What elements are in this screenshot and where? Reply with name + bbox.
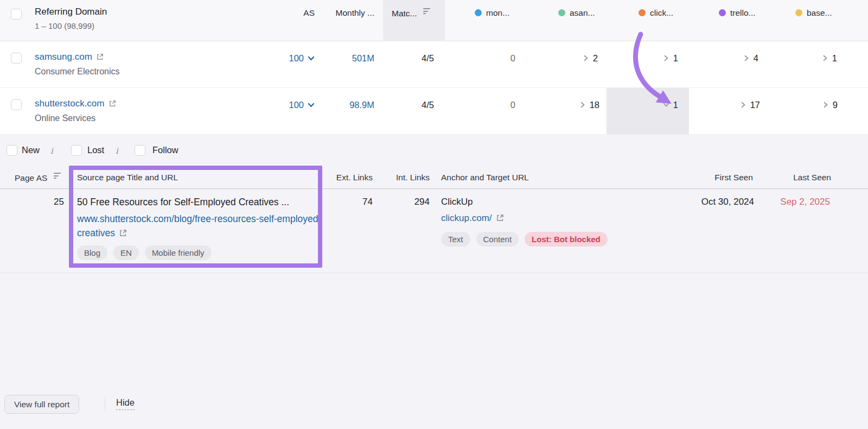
external-link-icon[interactable] [119,227,127,241]
filter-new-label[interactable]: New [22,145,40,155]
monthly-visits-link[interactable]: 501M [352,52,374,64]
table-row-samsung: samsung.com Consumer Electronics 100 501… [0,41,868,88]
hide-link[interactable]: Hide [116,398,135,410]
backlink-count-monday: 0 [510,52,515,64]
tag-blog: Blog [77,245,107,260]
domain-text: shutterstock.com [35,98,105,109]
domain-link[interactable]: samsung.com [35,52,104,64]
basecamp-dot-icon [795,9,802,16]
as-value-dropdown[interactable]: 100 [289,99,315,111]
last-seen-column-header[interactable]: Last Seen [793,173,831,182]
chevron-down-icon [663,102,669,108]
match-column-header[interactable]: Matc... [392,8,430,18]
backlink-count-clickup[interactable]: 1 [663,52,678,64]
competitor-label: base... [807,8,832,17]
anchor-column-header[interactable]: Anchor and Target URL [441,173,529,182]
external-link-icon[interactable] [108,99,117,110]
competitor-label: trello... [730,8,756,17]
results-range-label: 1 – 100 (98,999) [35,21,94,30]
detail-header-divider [0,188,868,189]
detail-row-divider [0,273,868,273]
anchor-tags: Text Content Lost: Bot blocked [441,232,608,247]
match-column-label: Matc... [392,9,417,18]
chevron-right-icon [579,102,586,108]
target-url-link[interactable]: clickup.com/ [441,213,505,225]
filter-new-checkbox[interactable] [7,145,17,156]
chevron-down-icon [308,55,315,62]
external-link-icon[interactable] [96,53,104,64]
backlink-count-trello[interactable]: 4 [743,52,758,64]
table-row-shutterstock: shutterstock.com Online Services 100 98.… [0,88,868,135]
page-as-column-header[interactable]: Page AS [15,173,61,183]
page-as-label: Page AS [15,173,47,182]
as-value: 100 [289,100,304,110]
chevron-right-icon [583,55,589,61]
footer-divider [105,397,105,411]
int-links-column-header[interactable]: Int. Links [396,173,430,182]
domain-category: Consumer Electronics [35,67,120,77]
clickup-dot-icon [639,9,646,16]
domain-category: Online Services [35,113,95,123]
as-value-dropdown[interactable]: 100 [289,52,315,64]
external-link-icon[interactable] [496,213,505,225]
match-value: 4/5 [422,99,434,111]
backlink-count-asana[interactable]: 2 [583,52,598,64]
first-seen-column-header[interactable]: First Seen [714,173,753,182]
backlink-count-trello[interactable]: 17 [740,99,760,111]
expanded-cell-highlight [607,88,689,134]
chevron-right-icon [740,102,746,108]
info-icon[interactable]: i [50,146,53,156]
as-column-header[interactable]: AS [303,8,315,18]
referring-domain-header-row: Referring Domain 1 – 100 (98,999) AS Mon… [0,0,868,41]
anchor-text: ClickUp [441,197,473,207]
row-checkbox[interactable] [11,53,22,64]
competitor-column-asana[interactable]: asan... [558,8,595,18]
domain-link[interactable]: shutterstock.com [35,98,117,110]
status-badge-lost: Lost: Bot blocked [525,232,608,247]
tag-mobile-friendly: Mobile friendly [145,245,212,260]
select-all-checkbox[interactable] [11,9,22,20]
filter-follow-label[interactable]: Follow [152,145,178,155]
first-seen-value: Oct 30, 2024 [701,197,754,207]
source-page-url-link[interactable]: www.shutterstock.com/blog/free-resources… [77,212,322,241]
as-value: 100 [289,53,304,64]
backlink-count-monday: 0 [510,99,515,111]
row-checkbox[interactable] [11,99,22,110]
competitor-column-basecamp[interactable]: base... [795,8,832,18]
ext-links-value: 74 [362,197,373,207]
chevron-right-icon [663,55,669,61]
backlink-count-clickup-expanded[interactable]: 1 [663,99,678,111]
sort-descending-icon [54,173,61,180]
tag-content: Content [476,232,519,247]
match-value: 4/5 [422,52,434,64]
page-as-value: 25 [54,197,64,207]
monthly-value: 98.9M [349,100,374,110]
monthly-visits-column-header[interactable]: Monthly ... [336,8,375,18]
competitor-column-clickup[interactable]: click... [639,8,673,18]
chevron-right-icon [822,102,829,108]
chevron-right-icon [743,55,750,61]
tag-text: Text [441,232,470,247]
source-page-column-header[interactable]: Source page Title and URL [77,173,178,182]
competitor-column-trello[interactable]: trello... [719,8,756,18]
view-full-report-button[interactable]: View full report [4,395,79,414]
filter-lost-label[interactable]: Lost [87,145,104,155]
source-tags: Blog EN Mobile friendly [77,245,212,260]
referring-domain-column-header[interactable]: Referring Domain [35,7,107,17]
backlinks-comparison-panel: Referring Domain 1 – 100 (98,999) AS Mon… [0,0,868,429]
last-seen-value: Sep 2, 2025 [780,197,830,207]
competitor-column-monday[interactable]: mon... [475,8,509,18]
info-icon[interactable]: i [116,146,118,156]
int-links-value: 294 [414,197,430,207]
chevron-down-icon [308,102,315,109]
backlink-count-basecamp[interactable]: 1 [822,52,837,64]
trello-dot-icon [719,9,726,16]
backlink-count-asana[interactable]: 18 [579,99,599,111]
target-url-text: clickup.com/ [441,213,492,223]
ext-links-column-header[interactable]: Ext. Links [336,173,373,182]
backlink-count-basecamp[interactable]: 9 [822,99,838,111]
competitor-label: mon... [486,8,509,17]
filter-follow-checkbox[interactable] [135,145,145,156]
monthly-visits-link[interactable]: 98.9M [349,99,374,111]
filter-lost-checkbox[interactable] [71,145,82,156]
